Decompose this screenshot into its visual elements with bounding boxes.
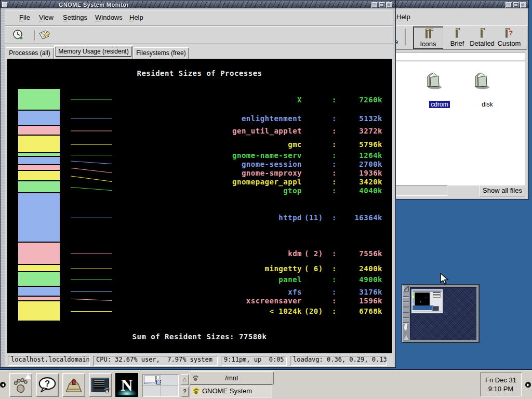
task-label: /mnt [190,371,274,384]
question-mark-icon: ? [183,388,187,394]
folder-icon [471,71,491,90]
toolbar-separator [405,29,406,45]
process-row: panel:4900k [7,275,382,283]
close-icon [388,4,390,6]
gmc-iconify-button[interactable] [506,2,512,8]
desktop-snapshot-thumb [411,289,443,313]
run-timer-button[interactable] [11,29,25,42]
gtop-statusbar: localhost.localdomain CPU: 32.67% user, … [5,356,393,366]
window-menu-button[interactable] [2,2,7,7]
toolbox-icon [64,376,84,394]
gtop-menubar: File View Settings Windows Help [5,10,393,25]
main-menu-button[interactable] [9,373,32,397]
gmc-close-button[interactable] [520,2,526,8]
process-row: xscreensaver:1596k [7,297,382,304]
gnome-foot-icon [193,388,200,394]
file-name: cdrom [429,101,449,108]
gmc-menu-help[interactable]: Help [396,10,410,24]
pager-window[interactable] [402,284,480,343]
arrow-left-icon [0,382,6,388]
triangle-up-icon: △ [183,377,187,382]
netscape-icon: N [117,375,137,395]
menu-view[interactable]: View [37,10,56,25]
task-button-mnt[interactable]: /mnt [190,371,274,384]
pager-desktop-thumbnail[interactable] [410,287,476,340]
gtop-titlebar[interactable]: GNOME System Monitor [1,1,395,8]
tab-processes[interactable]: Processes (all) [6,47,54,59]
tab-filesystems[interactable]: Filesystems (free) [134,47,189,59]
help-launcher[interactable]: ? [36,373,59,397]
file-item-disk[interactable]: disk [471,71,504,109]
clock-applet[interactable]: Fri Dec 31 9:10 PM [480,373,522,396]
panel-hide-left-button[interactable] [0,371,6,398]
memo-button[interactable] [37,29,51,42]
gmc-view-brief-button[interactable]: Brief [446,26,468,49]
menu-settings[interactable]: Settings [61,10,89,25]
show-all-files-button[interactable]: Show all files [480,185,525,196]
status-hostname: localhost.localdomain [8,356,90,366]
timer-run-icon [12,29,24,42]
gnome-panel: ? N [0,370,532,399]
maximize-icon [514,3,518,7]
process-row: gmc:5796k [7,140,382,148]
config-tool-launcher[interactable] [62,373,85,397]
terminal-launcher[interactable] [89,373,112,397]
system-monitor-window: GNOME System Monitor File View Settings … [0,0,396,368]
gtop-toolbar [5,26,393,44]
menu-arrow-icon [25,374,31,379]
svg-text:?: ? [45,379,50,389]
deskguide-grid-line [143,385,178,386]
status-uptime: 9:11pm, up 0:05 [221,356,287,366]
process-row: gnome-session:2700k [7,160,382,167]
status-loadavg: loadavg: 0.36, 0.29, 0.13 [290,356,387,366]
gmc-view-custom-button[interactable]: ? Custom [496,26,522,49]
gmc-view-icons-button[interactable]: Icons [413,26,443,49]
file-item-cdrom[interactable]: cdrom [423,71,456,109]
gtop-maximize-button[interactable] [379,2,385,8]
icons-view-icon [414,29,443,38]
process-row: enlightenment:5132k [7,114,382,122]
memo-edit-icon [37,29,51,42]
tab-memory-usage[interactable]: Memory Usage (resident) [54,45,133,59]
deskguide-window-thumb [144,376,156,382]
deskguide-up-button[interactable]: △ [181,374,189,385]
gnome-foot-icon [12,376,30,394]
pager-border-ridges [403,292,409,324]
task-label: GNOME System Monitor [202,384,272,397]
process-row: gnomepager_appl:3420k [7,178,382,185]
gtop-iconify-button[interactable] [371,2,378,8]
gtop-close-button[interactable] [386,2,392,8]
iconify-icon [507,4,510,6]
file-name: disk [480,101,494,108]
menu-file[interactable]: File [17,10,32,25]
gmc-view-detailed-button[interactable]: Detailed [469,26,495,49]
netscape-launcher[interactable]: N [115,373,138,397]
gmc-maximize-button[interactable] [513,2,519,8]
process-row: gnome-smproxy:1936k [7,169,382,176]
close-icon [522,4,524,6]
menu-help[interactable]: Help [127,10,145,25]
desk-guide-applet[interactable] [142,374,179,397]
process-row: gtop:4040k [7,187,382,194]
pager-oval-button[interactable] [404,324,408,331]
help-bubble-icon: ? [38,376,57,394]
window-title: GNOME System Monitor [59,2,129,8]
pager-resize-corner[interactable] [403,286,409,291]
panel-hide-right-button[interactable] [525,371,531,398]
deskguide-window-thumb [156,376,160,379]
process-row: X:7260k [7,96,382,103]
mouse-cursor [440,273,450,285]
deskguide-help-button[interactable]: ? [181,386,189,397]
clock-time: 9:10 PM [480,384,522,393]
menu-windows[interactable]: Windows [93,10,125,25]
process-row: xfs:3176k [7,288,382,295]
terminal-icon [91,378,109,392]
process-row: gnome-name-serv:1264k [7,151,382,158]
brief-view-icon [446,29,468,38]
gnome-foot-icon [103,387,111,394]
process-row: mingetty( 6):2400k [7,264,382,272]
pager-triangle-button[interactable] [404,335,409,340]
process-row: kdm( 2):7556k [7,249,382,257]
toolbar-separator [34,30,35,41]
task-button-system-monitor[interactable]: GNOME System Monitor [190,384,272,397]
